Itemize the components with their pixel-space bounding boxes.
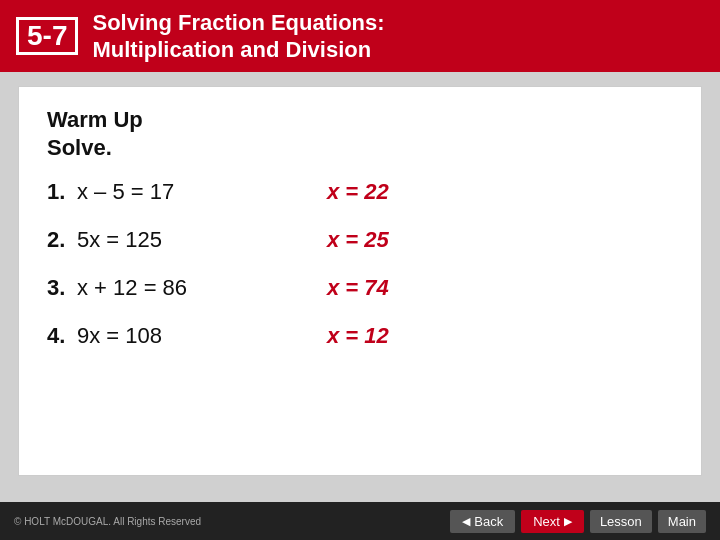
problem-number-4: 4.	[47, 323, 77, 349]
lesson-button[interactable]: Lesson	[590, 510, 652, 533]
problem-row-2: 2. 5x = 125 x = 25	[47, 227, 673, 253]
main-label: Main	[668, 514, 696, 529]
problem-number-2: 2.	[47, 227, 77, 253]
copyright-text: © HOLT McDOUGAL. All Rights Reserved	[14, 516, 201, 527]
problem-number-3: 3.	[47, 275, 77, 301]
problem-equation-3: x + 12 = 86	[77, 275, 297, 301]
problem-equation-1: x – 5 = 17	[77, 179, 297, 205]
problem-row-3: 3. x + 12 = 86 x = 74	[47, 275, 673, 301]
solve-label: Solve.	[47, 135, 673, 161]
content-area: Warm Up Solve. 1. x – 5 = 17 x = 22 2. 5…	[18, 86, 702, 476]
back-arrow-icon: ◀	[462, 515, 470, 528]
back-label: Back	[474, 514, 503, 529]
lesson-label: Lesson	[600, 514, 642, 529]
back-button[interactable]: ◀ Back	[450, 510, 515, 533]
problem-answer-3: x = 74	[327, 275, 389, 301]
main-button[interactable]: Main	[658, 510, 706, 533]
problem-equation-4: 9x = 108	[77, 323, 297, 349]
problem-number-1: 1.	[47, 179, 77, 205]
next-label: Next	[533, 514, 560, 529]
problem-equation-2: 5x = 125	[77, 227, 297, 253]
problem-row-1: 1. x – 5 = 17 x = 22	[47, 179, 673, 205]
warm-up-title: Warm Up	[47, 107, 673, 133]
next-arrow-icon: ▶	[564, 515, 572, 528]
lesson-badge: 5-7	[16, 17, 78, 55]
problem-answer-2: x = 25	[327, 227, 389, 253]
header: 5-7 Solving Fraction Equations: Multipli…	[0, 0, 720, 72]
problem-row-4: 4. 9x = 108 x = 12	[47, 323, 673, 349]
problem-answer-1: x = 22	[327, 179, 389, 205]
header-title: Solving Fraction Equations: Multiplicati…	[92, 9, 384, 64]
problem-answer-4: x = 12	[327, 323, 389, 349]
footer: © HOLT McDOUGAL. All Rights Reserved ◀ B…	[0, 502, 720, 540]
next-button[interactable]: Next ▶	[521, 510, 584, 533]
footer-nav: ◀ Back Next ▶ Lesson Main	[450, 510, 706, 533]
